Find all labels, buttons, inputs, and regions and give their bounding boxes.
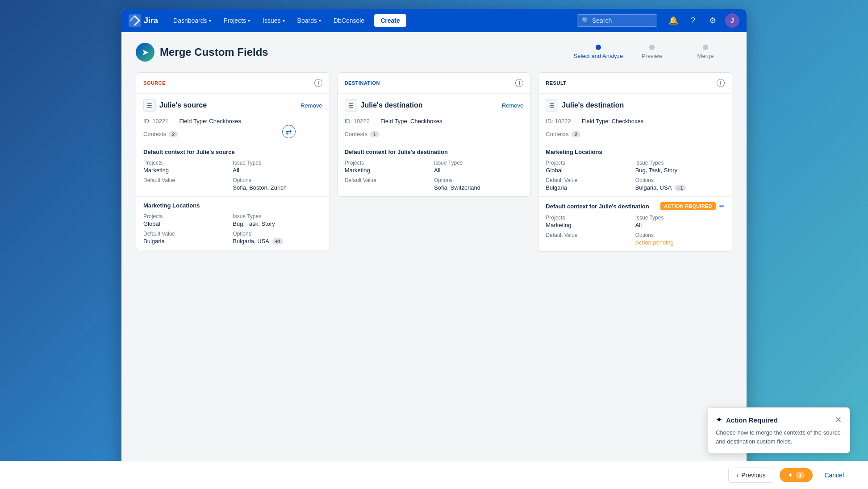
source-label: SOURCE xyxy=(143,80,166,86)
cards-row: SOURCE i ☰ Julie's source Remove ID: 102… xyxy=(136,72,732,252)
destination-remove-button[interactable]: Remove xyxy=(502,102,523,109)
source-c1-options: Options Sofia, Boston, Zurich xyxy=(233,177,322,191)
result-card-header: RESULT i xyxy=(538,73,732,94)
step-label-1: Select and Analyze xyxy=(574,53,623,59)
result-context-2: Default context for Julie's destination … xyxy=(538,196,732,251)
source-contexts-label: Contexts xyxy=(143,131,166,137)
chevron-down-icon: ▾ xyxy=(283,18,285,23)
result-field-icon: ☰ xyxy=(546,99,558,112)
result-c1-options-extra: +1 xyxy=(675,185,686,191)
destination-info-icon[interactable]: i xyxy=(515,79,523,87)
toast-notification: ✦ Action Required ✕ Choose how to merge … xyxy=(707,407,850,453)
nav-projects[interactable]: Projects ▾ xyxy=(219,14,255,27)
destination-meta: ID: 10222 Field Type: Checkboxes xyxy=(338,116,531,129)
toast-body: Choose how to merge the contexts of the … xyxy=(716,428,842,446)
cancel-button[interactable]: Cancel xyxy=(818,468,850,482)
step-label-3: Merge xyxy=(697,53,714,59)
page-title: Merge Custom Fields xyxy=(160,46,268,58)
result-contexts-label: Contexts xyxy=(546,131,568,137)
result-title-row: ☰ Julie's destination xyxy=(538,94,732,116)
result-label: RESULT xyxy=(546,80,566,86)
toast-title: Action Required xyxy=(726,416,778,424)
source-field-type: Field Type: Checkboxes xyxy=(179,118,241,124)
destination-field-type: Field Type: Checkboxes xyxy=(380,118,442,124)
result-field-name-row: ☰ Julie's destination xyxy=(546,99,624,112)
source-context-2-title: Marketing Locations xyxy=(143,202,322,209)
source-card: SOURCE i ☰ Julie's source Remove ID: 102… xyxy=(136,72,330,250)
toast-header: ✦ Action Required ✕ xyxy=(716,415,842,425)
nav-dashboards[interactable]: Dashboards ▾ xyxy=(169,14,216,27)
dest-c1-options: Options Sofia, Switzerland xyxy=(434,177,523,191)
destination-contexts-row: Contexts 1 xyxy=(338,129,531,143)
jira-logo[interactable]: Jira xyxy=(129,14,158,27)
destination-field-icon: ☰ xyxy=(345,99,357,112)
result-context-1: Marketing Locations Projects Global Issu… xyxy=(538,143,732,196)
destination-context-1: Default context for Julie's destination … xyxy=(338,143,531,196)
action-required-badge: ACTION REQUIRED xyxy=(660,202,716,210)
notifications-icon[interactable]: 🔔 xyxy=(666,13,680,28)
source-c1-projects: Projects Marketing xyxy=(143,160,233,174)
result-c2-default-value: Default Value xyxy=(546,232,635,246)
step-dot-2 xyxy=(649,45,655,50)
nav-issues[interactable]: Issues ▾ xyxy=(258,14,289,27)
destination-contexts-label: Contexts xyxy=(345,131,367,137)
destination-label: DESTINATION xyxy=(345,80,380,86)
result-field-name: Julie's destination xyxy=(562,101,624,109)
destination-contexts-badge: 1 xyxy=(370,131,379,137)
chevron-down-icon: ▾ xyxy=(209,18,211,23)
toast-close-button[interactable]: ✕ xyxy=(835,416,842,424)
source-c1-issue-types: Issue Types All xyxy=(233,160,322,174)
footer-bar: ‹ Previous ✦ 1 Cancel xyxy=(0,461,868,489)
chevron-down-icon: ▾ xyxy=(248,18,250,23)
result-c2-projects: Projects Marketing xyxy=(546,215,635,228)
source-remove-button[interactable]: Remove xyxy=(300,102,322,109)
search-bar[interactable]: 🔍 Search xyxy=(577,14,657,27)
settings-icon[interactable]: ⚙ xyxy=(705,13,720,28)
source-contexts-badge: 2 xyxy=(169,131,178,137)
navbar: Jira Dashboards ▾ Projects ▾ Issues ▾ Bo… xyxy=(121,9,747,32)
destination-card-header: DESTINATION i xyxy=(338,73,531,94)
page-content: ➤ Merge Custom Fields Select and Analyze… xyxy=(121,32,747,489)
next-count-badge: 1 xyxy=(796,472,805,479)
result-context-1-title: Marketing Locations xyxy=(546,149,725,155)
result-c1-default-value: Default Value Bulgaria xyxy=(546,177,635,191)
source-field-name-row: ☰ Julie's source xyxy=(143,99,207,112)
result-context-2-grid: Projects Marketing Issue Types All Defau… xyxy=(546,215,725,246)
destination-context-1-title: Default context for Julie's destination xyxy=(345,149,524,155)
result-contexts-row: Contexts 2 xyxy=(538,129,732,143)
source-context-2: Marketing Locations Projects Global Issu… xyxy=(136,196,330,250)
step-dot-1 xyxy=(596,45,601,50)
edit-icon[interactable]: ✏ xyxy=(719,203,725,210)
source-context-2-grid: Projects Global Issue Types Bug, Task, S… xyxy=(143,213,322,244)
source-c2-projects: Projects Global xyxy=(143,213,233,227)
create-button[interactable]: Create xyxy=(374,14,406,27)
result-c2-issue-types: Issue Types All xyxy=(635,215,725,228)
destination-context-1-grid: Projects Marketing Issue Types All Defau… xyxy=(345,160,524,191)
page-header: ➤ Merge Custom Fields Select and Analyze… xyxy=(136,43,732,62)
result-info-icon[interactable]: i xyxy=(717,79,725,87)
source-contexts-row: Contexts 2 xyxy=(136,129,330,143)
source-field-icon: ☰ xyxy=(143,99,156,112)
result-c1-projects: Projects Global xyxy=(546,160,635,174)
avatar[interactable]: J xyxy=(725,13,739,28)
nav-boards[interactable]: Boards ▾ xyxy=(293,14,326,27)
dest-c1-issue-types: Issue Types All xyxy=(434,160,523,174)
result-context-2-title-row: Default context for Julie's destination … xyxy=(546,202,725,210)
source-title-row: ☰ Julie's source Remove xyxy=(136,94,330,116)
source-info-icon[interactable]: i xyxy=(314,79,322,87)
result-c2-options-value: Action pending xyxy=(635,239,725,246)
logo-text: Jira xyxy=(144,16,158,25)
result-action-row: ACTION REQUIRED ✏ xyxy=(660,202,725,210)
toast-title-row: ✦ Action Required xyxy=(716,415,778,425)
source-context-1-grid: Projects Marketing Issue Types All Defau… xyxy=(143,160,322,191)
help-icon[interactable]: ? xyxy=(686,13,700,28)
result-meta: ID: 10222 Field Type: Checkboxes xyxy=(538,116,732,129)
result-c1-options: Options Bulgaria, USA +1 xyxy=(635,177,725,191)
previous-button[interactable]: ‹ Previous xyxy=(728,468,774,483)
page-title-row: ➤ Merge Custom Fields xyxy=(136,43,268,62)
next-button[interactable]: ✦ 1 xyxy=(780,468,813,482)
nav-dbconsole[interactable]: DbConsole xyxy=(329,14,369,27)
dest-c1-projects: Projects Marketing xyxy=(345,160,434,174)
step-dot-3 xyxy=(703,45,708,50)
chevron-down-icon: ▾ xyxy=(319,18,321,23)
